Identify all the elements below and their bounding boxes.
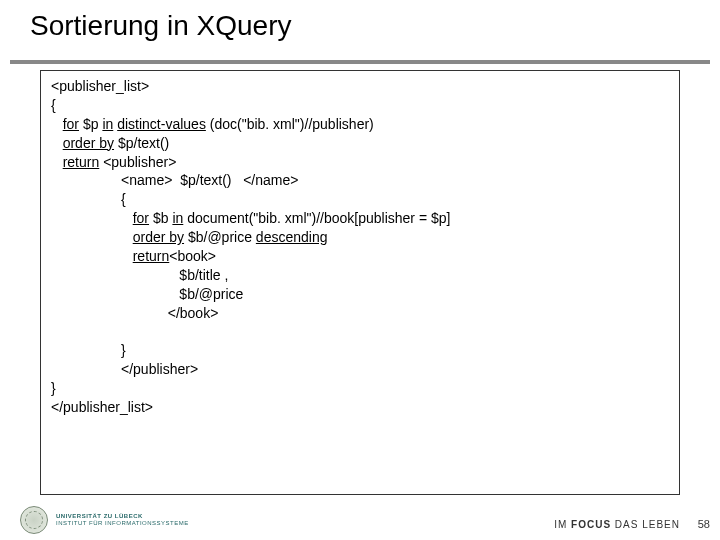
code-text: $p/text() (114, 135, 169, 151)
motto-suffix: DAS LEBEN (611, 519, 680, 530)
code-text: document("bib. xml")//book[publisher = $… (183, 210, 450, 226)
code-line: } (121, 342, 126, 358)
code-line: </publisher_list> (51, 399, 153, 415)
motto-prefix: IM (554, 519, 571, 530)
code-text: <book> (169, 248, 216, 264)
code-line: $b/title , (179, 267, 228, 283)
kw-in: in (102, 116, 113, 132)
footer-motto: IM FOCUS DAS LEBEN (554, 519, 680, 530)
code-text: $b/@price (184, 229, 256, 245)
kw-return: return (63, 154, 100, 170)
code-line: { (51, 97, 56, 113)
kw-for: for (63, 116, 79, 132)
code-line: </book> (168, 305, 219, 321)
code-box: <publisher_list> { for $p in distinct-va… (40, 70, 680, 495)
title-divider (10, 60, 710, 64)
uni-name: UNIVERSITÄT ZU LÜBECK (56, 513, 189, 520)
code-text: (doc("bib. xml")//publisher) (206, 116, 374, 132)
code-line: $b/@price (179, 286, 243, 302)
motto-bold: FOCUS (571, 519, 611, 530)
code-line: { (121, 191, 126, 207)
code-line: <name> $p/text() </name> (121, 172, 298, 188)
code-line: <publisher_list> (51, 78, 149, 94)
slide-title: Sortierung in XQuery (30, 10, 291, 42)
kw-order-by: order by (63, 135, 114, 151)
page-number: 58 (698, 518, 710, 530)
slide: Sortierung in XQuery <publisher_list> { … (0, 0, 720, 540)
code-text: $p (79, 116, 102, 132)
footer-left: UNIVERSITÄT ZU LÜBECK INSTITUT FÜR INFOR… (20, 506, 189, 534)
code-line: </publisher> (121, 361, 198, 377)
code-text: <publisher> (99, 154, 176, 170)
kw-return: return (133, 248, 170, 264)
uni-institute: INSTITUT FÜR INFORMATIONSSYSTEME (56, 520, 189, 527)
kw-descending: descending (256, 229, 328, 245)
kw-order-by: order by (133, 229, 184, 245)
university-seal-icon (20, 506, 48, 534)
kw-for: for (133, 210, 149, 226)
code-text: $b (149, 210, 172, 226)
university-text: UNIVERSITÄT ZU LÜBECK INSTITUT FÜR INFOR… (56, 513, 189, 526)
kw-distinct-values: distinct-values (117, 116, 206, 132)
kw-in: in (172, 210, 183, 226)
code-line: } (51, 380, 56, 396)
